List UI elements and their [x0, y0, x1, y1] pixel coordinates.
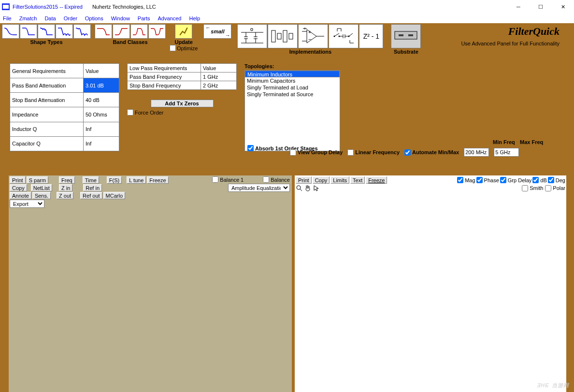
menu-file[interactable]: File: [3, 15, 12, 21]
small-button[interactable]: ← small →: [203, 24, 231, 39]
app-icon: [2, 3, 10, 10]
min-freq-label: Min Freq: [493, 139, 520, 145]
impl-switched-cap[interactable]: [329, 24, 359, 48]
svg-rect-2: [283, 30, 287, 42]
smith-checkbox[interactable]: [522, 185, 528, 191]
print-button[interactable]: Print: [10, 176, 26, 184]
pan-icon[interactable]: [304, 185, 311, 191]
balance-checkbox[interactable]: [263, 176, 269, 183]
amplitude-equalization-select[interactable]: Amplitude Equalization: [228, 184, 290, 192]
netlist-button[interactable]: NetList: [31, 184, 52, 191]
impl-opamp[interactable]: +−: [298, 24, 328, 48]
topology-item[interactable]: Minimum Capacitors: [245, 77, 340, 84]
deg-checkbox[interactable]: [548, 177, 554, 183]
menu-bar: File Zmatch Data Order Options Window Pa…: [0, 14, 574, 23]
zin-button[interactable]: Z in: [59, 184, 72, 191]
svg-line-13: [300, 189, 302, 191]
plot-panel: Print Copy Limits Text Freeze Mag Phase …: [295, 175, 566, 392]
update-label: Update: [175, 39, 193, 45]
close-button[interactable]: ✕: [552, 0, 574, 14]
view-group-delay-checkbox[interactable]: [290, 149, 296, 156]
time-button[interactable]: Time: [83, 176, 99, 184]
watermark: ƎHE 当游网: [537, 380, 569, 389]
freeze-button[interactable]: Freeze: [147, 176, 168, 184]
plot-copy-button[interactable]: Copy: [313, 176, 330, 184]
force-order-checkbox[interactable]: [127, 109, 133, 116]
fs-button[interactable]: F(S): [107, 176, 122, 184]
topology-item[interactable]: Minimum Inductors: [245, 71, 340, 77]
menu-order[interactable]: Order: [64, 15, 77, 21]
cursor-icon[interactable]: [313, 185, 320, 191]
shape-type-3[interactable]: [38, 24, 55, 39]
shape-types-label: Shape Types: [30, 39, 62, 45]
sparm-button[interactable]: S parm: [27, 176, 48, 184]
impl-lc[interactable]: [237, 24, 267, 48]
shape-type-1[interactable]: [2, 24, 19, 39]
linear-frequency-checkbox[interactable]: [347, 149, 354, 156]
substrate-button[interactable]: [391, 24, 421, 48]
max-freq-label: Max Freq: [520, 139, 547, 145]
add-tx-zeros-button[interactable]: Add Tx Zeros: [151, 100, 214, 107]
db-checkbox[interactable]: [532, 177, 539, 183]
menu-advanced[interactable]: Advanced: [158, 15, 182, 21]
menu-parts[interactable]: Parts: [138, 15, 150, 21]
svg-rect-11: [408, 34, 413, 36]
annote-button[interactable]: Annote: [10, 192, 31, 199]
band-class-bandpass[interactable]: [130, 24, 148, 39]
topology-item[interactable]: Singly Terminated at Source: [245, 91, 340, 98]
impl-digital[interactable]: Z² - 1: [359, 24, 383, 48]
menu-window[interactable]: Window: [111, 15, 130, 21]
plot-freeze-button[interactable]: Freeze: [366, 176, 387, 184]
mag-checkbox[interactable]: [457, 177, 463, 183]
maximize-button[interactable]: ☐: [530, 0, 552, 14]
menu-help[interactable]: Help: [189, 15, 200, 21]
svg-point-7: [339, 36, 340, 37]
svg-rect-0: [272, 30, 275, 42]
copy-button[interactable]: Copy: [10, 184, 27, 191]
menu-options[interactable]: Options: [85, 15, 103, 21]
optimize-checkbox[interactable]: [170, 45, 176, 51]
topologies-list[interactable]: Minimum Inductors Minimum Capacitors Sin…: [244, 70, 340, 151]
freq-button[interactable]: Freq: [59, 176, 75, 184]
mcarlo-button[interactable]: MCarlo: [103, 192, 125, 199]
brand-title: FilterQuick: [461, 25, 560, 38]
refin-button[interactable]: Ref in: [83, 184, 102, 191]
band-classes-label: Band Classes: [113, 39, 147, 45]
shape-type-2[interactable]: [20, 24, 37, 39]
schematic-panel: Print S parm Freq Time F(S) L tune Freez…: [9, 175, 292, 392]
topology-item[interactable]: Singly Terminated at Load: [245, 84, 340, 91]
svg-point-6: [334, 36, 335, 37]
svg-rect-10: [399, 34, 403, 36]
plot-limits-button[interactable]: Limits: [330, 176, 349, 184]
grpdelay-checkbox[interactable]: [500, 177, 506, 183]
min-freq-input[interactable]: [464, 148, 489, 157]
band-class-lowpass[interactable]: [95, 24, 112, 39]
polar-checkbox[interactable]: [545, 185, 551, 191]
refout-button[interactable]: Ref out: [80, 192, 102, 199]
implementations-label: Implementations: [289, 49, 331, 55]
balance1-checkbox[interactable]: [212, 176, 218, 183]
plot-print-button[interactable]: Print: [296, 176, 312, 184]
svg-text:+: +: [308, 29, 311, 35]
export-select[interactable]: Export: [10, 200, 44, 208]
sens-button[interactable]: Sens.: [32, 192, 51, 199]
shape-type-4[interactable]: [56, 24, 73, 39]
shape-type-5[interactable]: [73, 24, 91, 39]
phase-checkbox[interactable]: [476, 177, 483, 183]
absorb-checkbox[interactable]: [247, 145, 254, 151]
impl-stripline[interactable]: [268, 24, 298, 48]
band-class-highpass[interactable]: [113, 24, 130, 39]
menu-zmatch[interactable]: Zmatch: [19, 15, 37, 21]
update-button[interactable]: [175, 24, 192, 39]
band-class-bandstop[interactable]: [148, 24, 166, 39]
plot-text-button[interactable]: Text: [350, 176, 365, 184]
svg-point-8: [348, 36, 350, 37]
zout-button[interactable]: Z out: [57, 192, 73, 199]
zoom-icon[interactable]: [296, 185, 302, 191]
ltune-button[interactable]: L tune: [127, 176, 146, 184]
max-freq-input[interactable]: [494, 148, 519, 157]
minimize-button[interactable]: ─: [507, 0, 530, 14]
automate-minmax-checkbox[interactable]: [404, 149, 411, 156]
menu-data[interactable]: Data: [44, 15, 56, 21]
svg-rect-9: [395, 31, 417, 39]
